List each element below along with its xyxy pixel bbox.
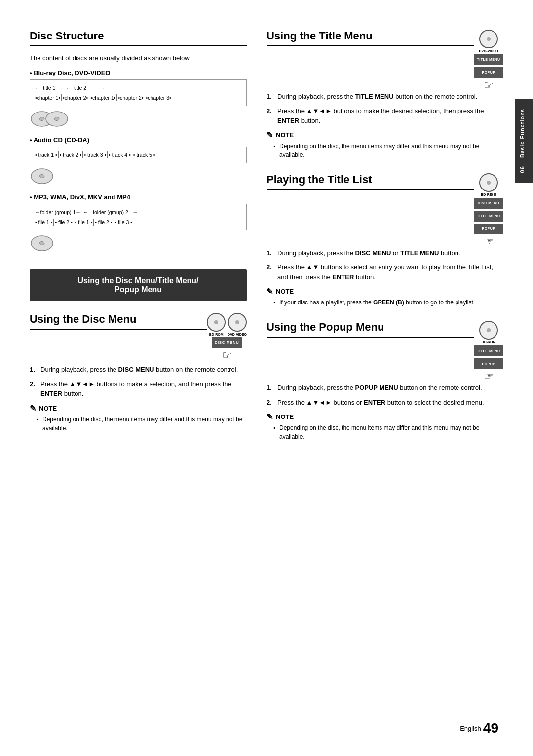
highlight-line1: Using the Disc Menu/Title Menu/ [39,276,237,285]
title-menu-note-item-1: Depending on the disc, the menu items ma… [273,142,503,159]
title-list-icons: BD-RE/-R DISC MENU TITLE MENU POPUP ☞ [474,173,503,248]
dvd-video-label-right: DVD-VIDEO [479,49,498,53]
bd-rom-icon: BD-ROM [207,313,226,337]
popup-menu-icons: BD-ROM TITLE MENU POPUP ☞ [474,321,503,383]
popup-menu-note-item-1: Depending on the disc, the menu items ma… [273,423,503,441]
bd-re-label: BD-RE/-R [481,193,496,197]
disc-menu-note-items: Depending on the disc, the menu items ma… [30,415,247,433]
left-column: Disc Structure The content of discs are … [30,30,247,726]
popup-menu-note-header: ✎ NOTE [266,412,503,421]
bluray-diagram: ← title 1 → ← title 2 → •chapter 1• •cha… [30,79,247,106]
title-menu-header: Using the Title Menu DVD-VIDEO TITLE MEN… [266,30,503,92]
disc-menu-header-row: Using the Disc Menu BD-ROM DVD-VIDEO [30,313,247,362]
sidebar-label: Basic Functions [519,109,525,158]
title-list-note: ✎ NOTE If your disc has a playlist, pres… [266,287,503,307]
title-list-note-item-1: If your disc has a playlist, press the G… [273,298,503,307]
highlight-line2: Popup Menu [39,285,237,294]
title-step-2-text: Press the ▲▼◄► buttons to make the desir… [277,106,503,125]
bluray-row1: ← title 1 → ← title 2 → [34,83,242,93]
popup-menu-hand-icon: ☞ [484,370,494,383]
title-menu-hand-icon: ☞ [484,79,494,92]
note-label-4: NOTE [276,413,294,420]
title-menu-section: Using the Title Menu DVD-VIDEO TITLE MEN… [266,30,503,159]
audio-diagram: • track 1 • • track 2 • • track 3 • • tr… [30,147,247,163]
popup-step-num-2: 2. [266,398,274,408]
bd-rom-label-popup: BD-ROM [482,340,496,344]
page-number-area: English 49 [460,720,498,736]
popup-menu-note-items: Depending on the disc, the menu items ma… [266,423,503,441]
disc-menu-section: Using the Disc Menu BD-ROM DVD-VIDEO [30,313,247,433]
page: 06 Basic Functions Disc Structure The co… [0,0,533,756]
popup-step-2-text: Press the ▲▼◄► buttons or ENTER button t… [277,398,484,408]
popup-menu-steps: 1. During playback, press the POPUP MENU… [266,383,503,407]
dvd-video-label: DVD-VIDEO [228,333,247,337]
bd-rom-disc-popup [479,321,498,340]
popup-step-num-1: 1. [266,383,274,393]
right-column: Using the Title Menu DVD-VIDEO TITLE MEN… [266,30,503,726]
disc-menu-btn: DISC MENU [212,337,242,348]
title-list-step-num-2: 2. [266,263,274,272]
title-list-header: Playing the Title List BD-RE/-R DISC MEN… [266,173,503,248]
title-step-num-1: 1. [266,92,274,102]
disc-menu-note-item-1: Depending on the disc, the menu items ma… [37,415,247,433]
note-label-2: NOTE [276,131,294,139]
title-step-num-2: 2. [266,106,274,116]
bluray-label: • Blu-ray Disc, DVD-VIDEO [30,69,247,76]
disc-menu-icons: BD-ROM DVD-VIDEO DISC MENU ☞ [207,313,247,362]
popup-menu-header: Using the Popup Menu BD-ROM TITLE MENU P… [266,321,503,383]
bd-rom-disc [207,313,226,332]
title-menu-title: Using the Title Menu [266,30,474,46]
popup-menu-step-1: 1. During playback, press the POPUP MENU… [266,383,503,393]
popup-menu-note: ✎ NOTE Depending on the disc, the menu i… [266,412,503,441]
title-list-step-1: 1. During playback, press the DISC MENU … [266,248,503,258]
mp3-label: • MP3, WMA, DivX, MKV and MP4 [30,193,247,201]
disc-structure-section: Disc Structure The content of discs are … [30,30,247,255]
note-pencil-icon-3: ✎ [266,287,273,296]
bd-rom-label: BD-ROM [209,333,224,337]
title-list-step-num-1: 1. [266,248,274,258]
step-num-1: 1. [30,365,38,375]
title-menu-step-2: 2. Press the ▲▼◄► buttons to make the de… [266,106,503,125]
dvd-video-icon: DVD-VIDEO [228,313,247,337]
mp3-row2: • file 1 • • file 2 • • file 1 • • file … [34,217,242,227]
main-content: Disc Structure The content of discs are … [30,30,503,726]
bd-re-disc [479,173,498,192]
highlight-box: Using the Disc Menu/Title Menu/ Popup Me… [30,269,247,301]
bd-rom-icon-popup: BD-ROM [479,321,498,344]
disc-menu-step-2: 2. Press the ▲▼◄► buttons to make a sele… [30,379,247,399]
title-list-title: Playing the Title List [266,173,474,190]
title-list-hand-icon: ☞ [484,235,494,248]
disc-menu-steps: 1. During playback, press the DISC MENU … [30,365,247,399]
bluray-row2: •chapter 1• •chapter 2• •chapter 1• •cha… [34,93,242,103]
title-menu-steps: 1. During playback, press the TITLE MENU… [266,92,503,126]
dvd-video-disc-right [479,30,498,48]
popup-step-1-text: During playback, press the POPUP MENU bu… [277,383,482,393]
note-pencil-icon-4: ✎ [266,412,273,421]
popup-menu-title: Using the Popup Menu [266,321,474,338]
dvd-video-icon-right: DVD-VIDEO [479,30,498,53]
disc-menu-note-header: ✎ NOTE [30,404,247,413]
disc-menu-step-1: 1. During playback, press the DISC MENU … [30,365,247,375]
disc-structure-title: Disc Structure [30,30,247,46]
bd-re-icon: BD-RE/-R [479,173,498,197]
note-pencil-icon: ✎ [30,404,36,413]
svg-point-5 [39,174,44,178]
audio-row1: • track 1 • • track 2 • • track 3 • • tr… [34,150,242,160]
svg-point-7 [39,241,44,245]
disc-menu-note: ✎ NOTE Depending on the disc, the menu i… [30,404,247,433]
title-list-note-items: If your disc has a playlist, press the G… [266,298,503,307]
mp3-disc-image [30,233,247,255]
title-list-btn2: TITLE MENU [474,211,503,222]
disc-menu-disc-icons: BD-ROM DVD-VIDEO [207,313,247,337]
title-menu-note-header: ✎ NOTE [266,130,503,140]
popup-menu-btn1: TITLE MENU [474,345,503,356]
title-list-step-2: 2. Press the ▲▼ buttons to select an ent… [266,263,503,282]
step-1-text: During playback, press the DISC MENU but… [40,365,238,375]
disc-structure-intro: The content of discs are usually divided… [30,53,247,63]
note-pencil-icon-2: ✎ [266,130,273,140]
title-list-btn1: DISC MENU [474,198,503,209]
note-label: NOTE [39,405,57,412]
title-list-btn3: POPUP [474,224,503,234]
svg-point-1 [39,117,44,120]
title-menu-note: ✎ NOTE Depending on the disc, the menu i… [266,130,503,159]
